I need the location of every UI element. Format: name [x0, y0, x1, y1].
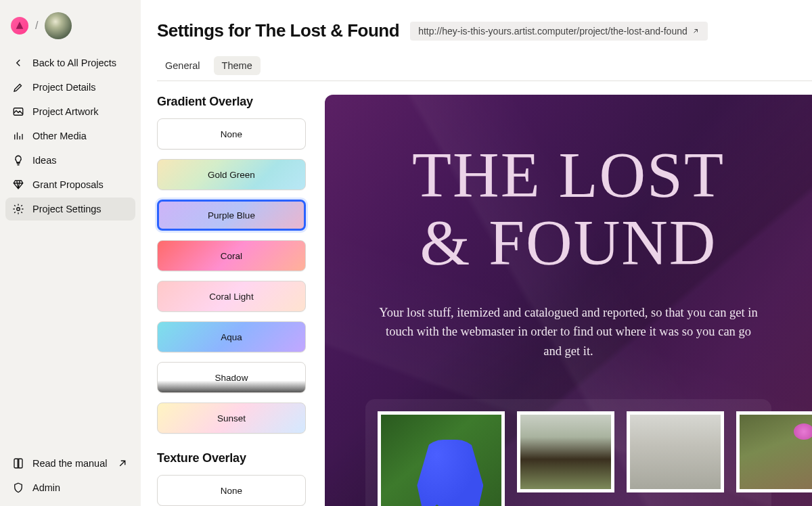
section-gradient-title: Gradient Overlay [157, 95, 306, 109]
swatch-label: Gold Green [208, 170, 255, 180]
nav-label: Admin [32, 482, 60, 493]
gear-icon [12, 203, 24, 215]
external-link-icon [692, 27, 700, 35]
gallery-thumb [627, 411, 724, 492]
nav-label: Ideas [32, 155, 56, 166]
preview-title: THE LOST & FOUND [325, 142, 812, 277]
app-logo[interactable] [11, 17, 28, 34]
gradient-sunset[interactable]: Sunset [157, 402, 306, 434]
nav-label: Other Media [32, 131, 87, 141]
lightbulb-icon [12, 154, 24, 166]
swatch-label: None [221, 486, 242, 496]
theme-preview: THE LOST & FOUND Your lost stuff, itemiz… [325, 95, 812, 506]
page-title: Settings for The Lost & Found [157, 20, 399, 41]
preview-title-line: & FOUND [420, 207, 717, 279]
sidebar-nav: Back to All Projects Project Details Pro… [5, 51, 135, 221]
book-icon [12, 457, 24, 469]
sidebar-item-details[interactable]: Project Details [5, 76, 135, 99]
diamond-icon [12, 179, 24, 191]
page-header: Settings for The Lost & Found http://hey… [157, 20, 812, 41]
nav-label: Project Details [32, 82, 95, 93]
gradient-coral[interactable]: Coral [157, 240, 306, 271]
swatch-label: Purple Blue [208, 210, 255, 221]
texture-swatches: None [157, 475, 306, 506]
project-url-chip[interactable]: http://hey-is-this-yours.artist.computer… [410, 22, 708, 41]
shield-icon [12, 482, 24, 494]
sidebar: / Back to All Projects Project Details P… [0, 0, 141, 506]
sidebar-item-artwork[interactable]: Project Artwork [5, 100, 135, 123]
sidebar-item-ideas[interactable]: Ideas [5, 149, 135, 172]
external-link-icon [116, 457, 129, 469]
nav-label: Back to All Projects [32, 58, 116, 68]
theme-options-column: Gradient Overlay None Gold Green Purple … [157, 95, 306, 506]
tab-theme[interactable]: Theme [214, 56, 261, 75]
swatch-label: Coral Light [209, 292, 253, 302]
project-url-text: http://hey-is-this-yours.artist.computer… [418, 26, 687, 37]
avatar[interactable] [45, 12, 72, 39]
nav-label: Project Settings [32, 204, 102, 214]
settings-tabs: General Theme [157, 56, 812, 81]
sidebar-item-settings[interactable]: Project Settings [5, 198, 135, 221]
sidebar-item-grants[interactable]: Grant Proposals [5, 173, 135, 196]
gradient-shadow[interactable]: Shadow [157, 362, 306, 393]
texture-none[interactable]: None [157, 475, 306, 506]
breadcrumb-separator: / [35, 20, 38, 32]
gradient-coral-light[interactable]: Coral Light [157, 281, 306, 312]
sidebar-footer: Read the manual Admin [5, 452, 135, 506]
gallery-thumb [517, 411, 614, 492]
preview-title-line: THE LOST [412, 139, 725, 211]
main-content: Settings for The Lost & Found http://hey… [141, 0, 812, 506]
read-manual[interactable]: Read the manual [5, 452, 135, 475]
pencil-icon [12, 81, 24, 93]
gradient-swatches: None Gold Green Purple Blue Coral Coral … [157, 118, 306, 434]
nav-label: Read the manual [32, 458, 107, 469]
image-icon [12, 106, 24, 118]
section-texture-title: Texture Overlay [157, 451, 306, 465]
gradient-aqua[interactable]: Aqua [157, 321, 306, 352]
gradient-purple-blue[interactable]: Purple Blue [157, 200, 306, 231]
bars-icon [12, 130, 24, 142]
swatch-label: Aqua [221, 332, 242, 342]
preview-gallery [365, 399, 771, 506]
swatch-label: Coral [221, 251, 242, 261]
nav-label: Grant Proposals [32, 179, 104, 190]
svg-point-1 [17, 208, 20, 211]
sidebar-header: / [5, 7, 135, 51]
sidebar-item-media[interactable]: Other Media [5, 124, 135, 147]
gallery-thumb [736, 411, 812, 492]
preview-subtitle: Your lost stuff, itemized and catalogued… [379, 303, 758, 361]
arrow-left-icon [12, 57, 24, 69]
gallery-thumb [378, 411, 505, 506]
gradient-gold-green[interactable]: Gold Green [157, 159, 306, 190]
admin-link[interactable]: Admin [5, 476, 135, 499]
nav-label: Project Artwork [32, 106, 99, 117]
tab-general[interactable]: General [157, 56, 208, 75]
back-to-projects[interactable]: Back to All Projects [5, 51, 135, 74]
swatch-label: Shadow [215, 373, 248, 383]
swatch-label: Sunset [217, 413, 246, 423]
gradient-none[interactable]: None [157, 118, 306, 150]
swatch-label: None [221, 129, 242, 139]
